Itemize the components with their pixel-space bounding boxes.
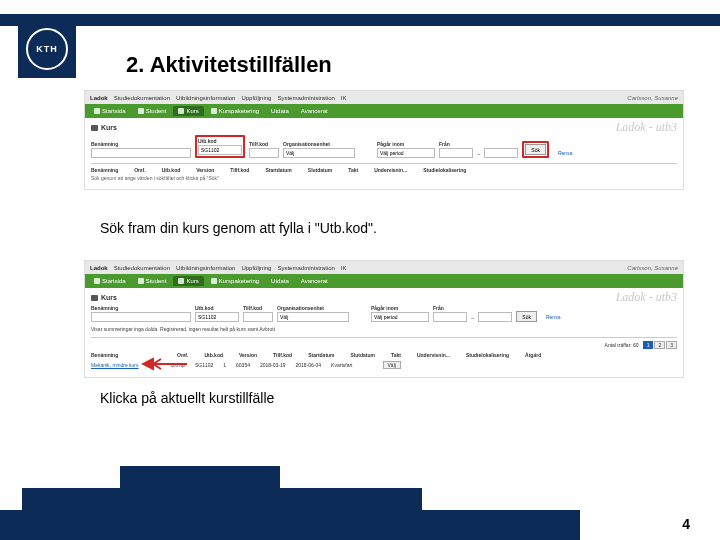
footer-shape — [120, 466, 280, 488]
tab-avancerat[interactable]: Avancerat — [296, 276, 333, 286]
section-heading: Kurs — [91, 294, 677, 301]
app-menubar: Ladok Studiedokumentation Utbildningsinf… — [85, 261, 683, 274]
menu-item[interactable]: Systemadministration — [277, 95, 334, 101]
label-benamning: Benämning — [91, 141, 191, 147]
book-icon — [91, 125, 98, 131]
search-form: Benämning Utb.kod Tillf.kod Organisation… — [91, 305, 677, 322]
stack-icon — [211, 278, 217, 284]
top-band — [0, 14, 720, 26]
input-fran[interactable] — [433, 312, 467, 322]
user-icon — [138, 278, 144, 284]
app-brand: Ladok — [90, 265, 108, 271]
label-benamning: Benämning — [91, 305, 191, 311]
menu-item[interactable]: Utbildningsinformation — [176, 95, 235, 101]
red-arrow-icon — [141, 357, 187, 371]
app-menubar: Ladok Studiedokumentation Utbildningsinf… — [85, 91, 683, 104]
clear-button[interactable]: Rensa — [553, 147, 577, 158]
tab-student[interactable]: Student — [133, 276, 172, 286]
cell-slut: 2018-06-04 — [296, 362, 322, 368]
label-till — [478, 305, 512, 311]
select-period[interactable] — [371, 312, 429, 322]
page-3[interactable]: 3 — [666, 341, 677, 349]
user-label[interactable]: Carlsson, Susanne — [627, 95, 678, 101]
label-till — [484, 141, 518, 147]
book-icon — [178, 278, 184, 284]
menu-item[interactable]: IK — [341, 265, 347, 271]
search-button[interactable]: Sök — [525, 144, 546, 155]
label-pagar: Pågår inom — [377, 141, 435, 147]
search-form: Benämning Utb.kod Tillf.kod Organisation… — [91, 135, 677, 158]
menu-item[interactable]: IK — [341, 95, 347, 101]
page-1[interactable]: 1 — [643, 341, 654, 349]
menu-item[interactable]: Studiedokumentation — [114, 95, 170, 101]
home-icon — [94, 278, 100, 284]
page-title: 2. Aktivitetstillfällen — [126, 52, 332, 78]
label-org: Organisationsenhet — [277, 305, 349, 311]
book-icon — [178, 108, 184, 114]
footer-shape — [580, 510, 720, 540]
main-tabs: Startsida Student Kurs Kurspaketering Ut… — [85, 104, 683, 118]
footer-shape — [22, 488, 422, 510]
select-org[interactable] — [283, 148, 355, 158]
tab-utdata[interactable]: Utdata — [266, 106, 294, 116]
tab-utdata[interactable]: Utdata — [266, 276, 294, 286]
tab-avancerat[interactable]: Avancerat — [296, 106, 333, 116]
page-2[interactable]: 2 — [654, 341, 665, 349]
menu-item[interactable]: Uppföljning — [241, 265, 271, 271]
dash: – — [477, 151, 480, 158]
label-org: Organisationsenhet — [283, 141, 355, 147]
input-benamning[interactable] — [91, 312, 191, 322]
input-tillfkod[interactable] — [243, 312, 273, 322]
cell-takt: Kvartsfart — [331, 362, 352, 368]
table-header: Benämning Omf. Utb.kod Version Tillf.kod… — [91, 167, 677, 173]
tab-startsida[interactable]: Startsida — [89, 276, 131, 286]
menu-item[interactable]: Utbildningsinformation — [176, 265, 235, 271]
stack-icon — [211, 108, 217, 114]
tab-kurs[interactable]: Kurs — [173, 106, 203, 116]
action-dropdown[interactable]: Välj — [383, 361, 401, 369]
caption-2: Klicka på aktuellt kurstillfälle — [100, 390, 274, 406]
cell-tk: 60354 — [236, 362, 250, 368]
highlight-sok: Sök — [522, 141, 549, 158]
clear-button[interactable]: Rensa — [541, 311, 565, 322]
tab-startsida[interactable]: Startsida — [89, 106, 131, 116]
summary-text: Visar summeringar inga dolda. Registrera… — [91, 326, 677, 332]
cell-start: 2018-03-19 — [260, 362, 286, 368]
search-button[interactable]: Sök — [516, 311, 537, 322]
highlight-utbkod: Utb.kod — [195, 135, 245, 158]
screenshot-2: Ladok Studiedokumentation Utbildningsinf… — [84, 260, 684, 378]
tab-kurs[interactable]: Kurs — [173, 276, 203, 286]
watermark: Ladok - utb3 — [616, 120, 677, 135]
user-label[interactable]: Carlsson, Susanne — [627, 265, 678, 271]
menu-item[interactable]: Systemadministration — [277, 265, 334, 271]
app-brand: Ladok — [90, 95, 108, 101]
main-tabs: Startsida Student Kurs Kurspaketering Ut… — [85, 274, 683, 288]
input-till[interactable] — [484, 148, 518, 158]
results-bar: Antal träffar: 60 1 2 3 — [91, 341, 677, 349]
input-benamning[interactable] — [91, 148, 191, 158]
tab-student[interactable]: Student — [133, 106, 172, 116]
label-fran: Från — [439, 141, 473, 147]
select-org[interactable] — [277, 312, 349, 322]
select-period[interactable] — [377, 148, 435, 158]
divider — [91, 163, 677, 164]
kth-logo-text: KTH — [26, 28, 68, 70]
input-till[interactable] — [478, 312, 512, 322]
tab-kurspaketering[interactable]: Kurspaketering — [206, 106, 264, 116]
input-utbkod[interactable] — [195, 312, 239, 322]
input-tillfkod[interactable] — [249, 148, 279, 158]
cell-kod: SG1102 — [195, 362, 213, 368]
divider — [91, 337, 677, 338]
search-hint: Sök genom att ange värden i sökfältet oc… — [91, 175, 677, 181]
page-number: 4 — [682, 516, 690, 532]
cell-ver: 1 — [223, 362, 226, 368]
menu-item[interactable]: Uppföljning — [241, 95, 271, 101]
label-utbkod: Utb.kod — [198, 138, 242, 144]
menu-item[interactable]: Studiedokumentation — [114, 265, 170, 271]
label-tillfkod: Tillf.kod — [249, 141, 279, 147]
kth-logo: KTH — [18, 20, 76, 78]
input-utbkod[interactable] — [198, 145, 242, 155]
label-fran: Från — [433, 305, 467, 311]
tab-kurspaketering[interactable]: Kurspaketering — [206, 276, 264, 286]
input-fran[interactable] — [439, 148, 473, 158]
